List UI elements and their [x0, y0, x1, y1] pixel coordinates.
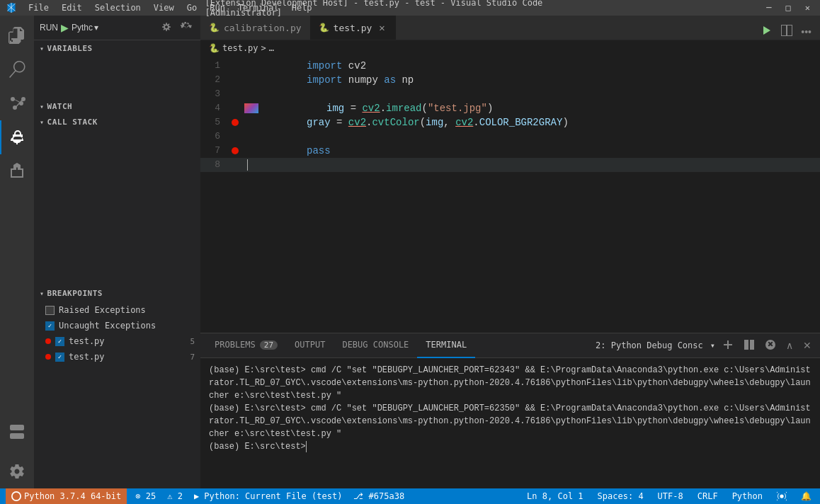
editor-area: 🐍 calibration.py 🐍 test.py ✕ ••• 🐍 t — [200, 16, 820, 488]
tab-calibration-py[interactable]: 🐍 calibration.py — [200, 16, 310, 40]
breakpoint-raised-exceptions[interactable]: Raised Exceptions — [34, 302, 200, 318]
breadcrumb-separator: > — [261, 43, 266, 53]
bell-icon: 🔔 — [801, 491, 812, 501]
variables-chevron-icon: ▾ — [40, 45, 45, 52]
bp-gutter-7 — [229, 147, 241, 154]
watch-section: ▾ WATCH — [34, 98, 200, 114]
breakpoint-dot-icon — [45, 338, 51, 344]
run-editor-button[interactable] — [758, 23, 775, 40]
code-line-5: 5 gray = cv2.cvtColor(img, cv2.COLOR_BGR… — [200, 115, 820, 130]
settings-icon-button[interactable] — [158, 20, 175, 36]
call-stack-section-header[interactable]: ▾ CALL STACK — [34, 114, 200, 130]
line-num-8: 8 — [200, 158, 229, 172]
warning-count: ⚠ 2 — [167, 491, 183, 501]
status-git[interactable]: ⎇ #675a38 — [351, 491, 407, 501]
panel-tab-debug-console[interactable]: DEBUG CONSOLE — [334, 333, 417, 358]
close-panel-button[interactable]: ✕ — [800, 338, 814, 353]
breakpoint-uncaught-exceptions[interactable]: Uncaught Exceptions — [34, 318, 200, 333]
minimize-button[interactable]: ─ — [762, 1, 775, 14]
run-button[interactable]: RUN ▶ — [40, 22, 69, 33]
text-cursor — [247, 159, 248, 171]
status-remote-icon[interactable] — [774, 491, 790, 501]
more-actions-button[interactable]: ••• — [798, 25, 814, 39]
breakpoints-section-header[interactable]: ▾ BREAKPOINTS — [34, 285, 200, 301]
breadcrumb-path[interactable]: … — [269, 43, 274, 53]
svg-rect-1 — [10, 433, 24, 439]
status-notifications[interactable]: 🔔 — [798, 491, 814, 501]
close-button[interactable]: ✕ — [801, 1, 814, 14]
activity-remote[interactable] — [0, 415, 34, 449]
chevron-down-small-icon: ▾ — [710, 340, 715, 350]
menu-selection[interactable]: Selection — [89, 1, 147, 14]
status-warnings[interactable]: ⚠ 2 — [164, 491, 186, 501]
breakpoints-list: Raised Exceptions Uncaught Exceptions te… — [34, 301, 200, 488]
menu-edit[interactable]: Edit — [56, 1, 88, 14]
kill-terminal-button[interactable] — [762, 338, 779, 354]
svg-point-4 — [780, 494, 783, 498]
python-file-icon-2: 🐍 — [319, 23, 329, 33]
window-title: [Extension Development Host] - test.py -… — [205, 0, 615, 18]
line-num-7: 7 — [200, 144, 229, 158]
git-branch: ⎇ #675a38 — [353, 491, 404, 501]
line-num-2: 2 — [200, 73, 229, 87]
python-selector[interactable]: Pythc ▾ — [72, 23, 98, 33]
status-line-ending[interactable]: CRLF — [695, 491, 721, 501]
breakpoint-test-py-5[interactable]: test.py 5 — [34, 333, 200, 349]
status-bar: Python 3.7.4 64-bit ⊗ 25 ⚠ 2 ▶ Python: C… — [0, 488, 820, 504]
bp-test-5-checkbox[interactable] — [55, 337, 64, 346]
window-controls: ─ □ ✕ — [762, 1, 814, 14]
status-encoding[interactable]: UTF-8 — [655, 491, 686, 501]
panel-tab-terminal[interactable]: TERMINAL — [417, 333, 475, 358]
status-errors[interactable]: ⊗ 25 — [132, 491, 159, 501]
split-editor-button[interactable] — [778, 23, 795, 40]
activity-explorer[interactable] — [0, 18, 34, 52]
bp-test-7-checkbox[interactable] — [55, 353, 64, 362]
python-version: Python 3.7.4 64-bit — [24, 491, 121, 501]
uncaught-exceptions-checkbox[interactable] — [45, 321, 55, 331]
menu-view[interactable]: View — [148, 1, 180, 14]
bp-line-5: 5 — [190, 337, 195, 346]
status-remote[interactable]: Python 3.7.4 64-bit — [6, 488, 127, 504]
activity-debug[interactable] — [0, 120, 34, 154]
status-spaces[interactable]: Spaces: 4 — [595, 491, 647, 501]
menu-file[interactable]: File — [23, 1, 55, 14]
terminal-content[interactable]: (base) E:\src\test> cmd /C "set "DEBUGPY… — [200, 358, 820, 488]
call-stack-label: CALL STACK — [47, 118, 98, 127]
panel-tab-problems[interactable]: PROBLEMS 27 — [206, 333, 286, 358]
problems-badge: 27 — [260, 340, 278, 350]
menu-go[interactable]: Go — [181, 1, 203, 14]
line-num-3: 3 — [200, 87, 229, 101]
panel-tab-output[interactable]: OUTPUT — [286, 333, 334, 358]
maximize-panel-button[interactable]: ∧ — [783, 338, 796, 353]
activity-search[interactable] — [0, 52, 34, 86]
variables-section-header[interactable]: ▾ VARIABLES — [34, 40, 200, 56]
status-language[interactable]: Python — [729, 491, 765, 501]
remote-icon — [11, 491, 21, 501]
status-line-col[interactable]: Ln 8, Col 1 — [524, 491, 586, 501]
spaces-text: Spaces: 4 — [598, 491, 644, 501]
debug-toolbar: RUN ▶ Pythc ▾ — [34, 16, 200, 40]
breakpoint-test-py-7[interactable]: test.py 7 — [34, 349, 200, 365]
activity-extensions[interactable] — [0, 154, 34, 188]
tab-actions: ••• — [758, 23, 820, 40]
status-debug[interactable]: ▶ Python: Current File (test) — [191, 491, 346, 501]
watch-section-header[interactable]: ▾ WATCH — [34, 98, 200, 114]
add-terminal-button[interactable] — [719, 338, 736, 354]
split-terminal-button[interactable] — [741, 338, 758, 354]
restart-icon-button[interactable] — [178, 20, 195, 36]
tab-bar: 🐍 calibration.py 🐍 test.py ✕ ••• — [200, 16, 820, 40]
activity-settings[interactable] — [0, 454, 34, 488]
python-icon: 🐍 — [209, 43, 220, 53]
watch-label: WATCH — [47, 102, 73, 111]
terminal-cursor — [306, 441, 307, 452]
run-triangle-icon: ▶ — [61, 22, 69, 33]
tab-test-py[interactable]: 🐍 test.py ✕ — [310, 16, 397, 40]
maximize-button[interactable]: □ — [782, 1, 795, 14]
raised-exceptions-checkbox[interactable] — [45, 306, 55, 315]
activity-source-control[interactable] — [0, 86, 34, 120]
breadcrumb-file[interactable]: test.py — [222, 43, 258, 53]
line-num-6: 6 — [200, 130, 229, 144]
bp-gutter-5 — [229, 119, 241, 126]
close-tab-icon[interactable]: ✕ — [376, 22, 387, 33]
code-editor[interactable]: 1 import cv2 2 import numpy as np 3 — [200, 56, 820, 333]
